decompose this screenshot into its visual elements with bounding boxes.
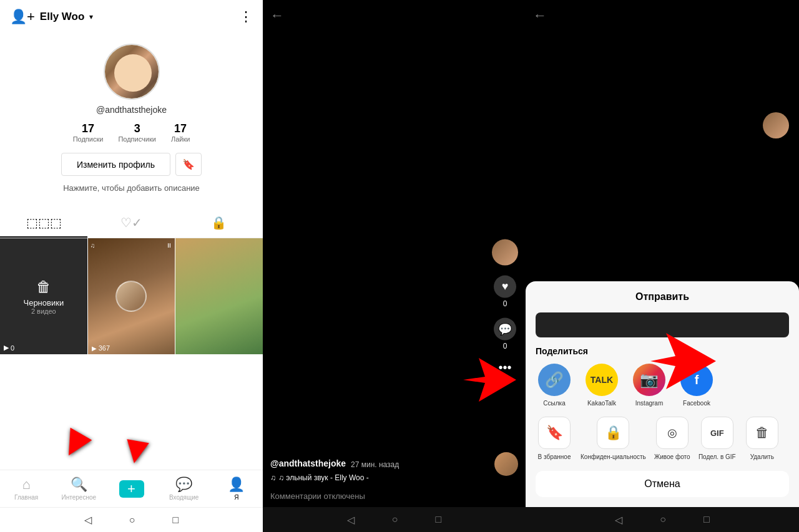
android-nav-2: ◁ ○ □ [263, 507, 526, 532]
video-thumb-drafts[interactable]: 🗑 Черновики 2 видео ▶ 0 [0, 238, 87, 354]
delete-icon: 🗑 [746, 417, 778, 449]
dropdown-icon[interactable]: ▾ [89, 12, 93, 21]
recents-btn-2[interactable]: □ [436, 514, 442, 525]
share-actions-row: 🔖 В збранное 🔒 Конфиден-циальность ◎ Жив… [536, 417, 789, 461]
video-time: 27 мин. назад [351, 460, 399, 469]
share-app-kakao[interactable]: TALK KakaoTalk [583, 364, 620, 407]
privacy-label: Конфиден-циальность [581, 453, 646, 461]
stats-row: 17 Подписки 3 Подписчики 17 Лайки [73, 122, 190, 143]
delete-label: Удалить [750, 453, 774, 461]
video-thumb-3[interactable] [175, 238, 263, 354]
video-back-button[interactable]: ← [270, 7, 284, 24]
video-comment-action[interactable]: 💬 0 [494, 317, 516, 350]
nav-create[interactable]: + [105, 470, 157, 507]
nav-home[interactable]: ⌂ Главная [0, 470, 52, 507]
cancel-button[interactable]: Отмена [536, 471, 789, 497]
favorites-icon: 🔖 [538, 417, 571, 449]
share-app-instagram[interactable]: 📷 Instagram [630, 364, 668, 407]
stat-followers[interactable]: 3 Подписчики [118, 122, 156, 143]
profile-title: Elly Woo [40, 11, 84, 23]
red-arrow-thumb1 [58, 428, 92, 462]
tab-liked-icon: ♡✓ [120, 215, 142, 230]
tab-private[interactable]: 🔒 [175, 208, 263, 238]
instagram-label: Instagram [635, 400, 663, 407]
panel3-back-button[interactable]: ← [533, 7, 547, 24]
livephoto-icon: ◎ [656, 417, 689, 449]
followers-label: Подписчики [118, 135, 156, 143]
video-sound-row[interactable]: ♫ ♫ эльный звук - Elly Woo - [270, 473, 488, 482]
avatar-face [114, 54, 152, 92]
home-btn-3[interactable]: ○ [660, 514, 666, 525]
share-to-label: Поделиться [536, 346, 789, 356]
edit-profile-button[interactable]: Изменить профиль [61, 153, 170, 176]
share-app-facebook[interactable]: f Facebook [678, 364, 715, 407]
back-btn-2[interactable]: ◁ [347, 514, 355, 526]
recents-btn-3[interactable]: □ [703, 514, 710, 525]
more-options-icon[interactable]: ⋮ [239, 9, 253, 24]
back-btn-1[interactable]: ◁ [84, 514, 92, 526]
video-creator-bottom-avatar[interactable] [494, 452, 518, 476]
video-username[interactable]: @andthatsthejoke [270, 458, 346, 468]
video-bottom-info: @andthatsthejoke 27 мин. назад ♫ ♫ эльны… [270, 458, 488, 482]
share-action-livephoto[interactable]: ◎ Живое фото [654, 417, 691, 461]
add-user-icon[interactable]: 👤+ [10, 9, 35, 25]
nav-explore[interactable]: 🔍 Интересное [52, 470, 105, 507]
drafts-label: Черновики [24, 298, 64, 307]
bio-text: Нажмите, чтобы добавить описание [63, 183, 200, 193]
action-row: Изменить профиль 🔖 [61, 153, 202, 176]
nav-profile[interactable]: 👤 Я [210, 470, 263, 507]
share-action-privacy[interactable]: 🔒 Конфиден-циальность [581, 417, 646, 461]
avatar[interactable] [104, 44, 160, 100]
avatar-image [105, 45, 159, 99]
share-action-delete[interactable]: 🗑 Удалить [743, 417, 781, 461]
home-btn-2[interactable]: ○ [392, 514, 398, 525]
comment-count: 0 [503, 341, 507, 350]
gif-icon: GIF [701, 417, 733, 449]
video-like-action[interactable]: ♥ 0 [494, 275, 516, 307]
android-nav-1: ◁ ○ □ [0, 507, 263, 532]
profile-header: 👤+ Elly Woo ▾ ⋮ [0, 0, 263, 34]
explore-label: Интересное [62, 494, 97, 501]
drafts-count: 2 видео [31, 307, 56, 315]
profile-label: Я [234, 494, 238, 501]
tab-private-icon: 🔒 [211, 215, 227, 230]
recents-btn-1[interactable]: □ [173, 515, 179, 526]
video-more-icon[interactable]: ••• [498, 360, 511, 374]
privacy-icon: 🔒 [597, 417, 629, 449]
back-btn-3[interactable]: ◁ [615, 514, 622, 526]
instagram-icon: 📷 [633, 364, 665, 396]
panel3-creator-avatar [763, 112, 789, 138]
gif-label: Подел. в GIF [699, 453, 736, 461]
tab-videos[interactable]: ⬚⬚⬚ [0, 208, 87, 238]
share-action-gif[interactable]: GIF Подел. в GIF [699, 417, 736, 461]
favorites-label: В збранное [538, 453, 571, 461]
following-count: 17 [82, 122, 94, 135]
video-thumb-2[interactable]: ▶ 367 ♫ ⏸ [88, 238, 175, 354]
share-action-favorites[interactable]: 🔖 В збранное [536, 417, 573, 461]
share-apps-row: 🔗 Ссылка TALK KakaoTalk 📷 Instagram f Fa… [536, 364, 789, 407]
likes-count: 17 [174, 122, 187, 135]
bookmark-button[interactable]: 🔖 [175, 153, 202, 176]
facebook-label: Facebook [683, 400, 710, 407]
android-nav-3: ◁ ○ □ [526, 507, 799, 532]
explore-icon: 🔍 [71, 476, 87, 493]
tab-liked[interactable]: ♡✓ [87, 208, 175, 238]
play-count-2: ▶ 367 [92, 344, 110, 352]
create-button[interactable]: + [119, 480, 144, 498]
home-btn-1[interactable]: ○ [129, 515, 135, 526]
stat-likes[interactable]: 17 Лайки [171, 122, 190, 143]
stat-following[interactable]: 17 Подписки [73, 122, 104, 143]
panel-profile: 👤+ Elly Woo ▾ ⋮ @andthatsthejoke 17 Подп… [0, 0, 263, 532]
panel-share: ← Отправить Поделиться 🔗 Ссылка TALK Kak… [526, 0, 799, 532]
profile-info: @andthatsthejoke 17 Подписки 3 Подписчик… [0, 34, 263, 208]
home-label: Главная [14, 494, 38, 501]
nav-inbox[interactable]: 💬 Входящие [158, 470, 210, 507]
share-search-censored [536, 312, 789, 337]
kakao-icon: TALK [586, 364, 618, 396]
play-icon-1: ▶ [4, 344, 9, 352]
home-icon: ⌂ [22, 476, 30, 493]
video-side-actions: ♥ 0 💬 0 ••• [492, 239, 518, 374]
panel-video: ← ♥ 0 💬 0 ••• @andthatsthejoke 27 мин. н… [263, 0, 526, 532]
share-app-link[interactable]: 🔗 Ссылка [536, 364, 573, 407]
video-creator-avatar[interactable] [492, 239, 518, 265]
